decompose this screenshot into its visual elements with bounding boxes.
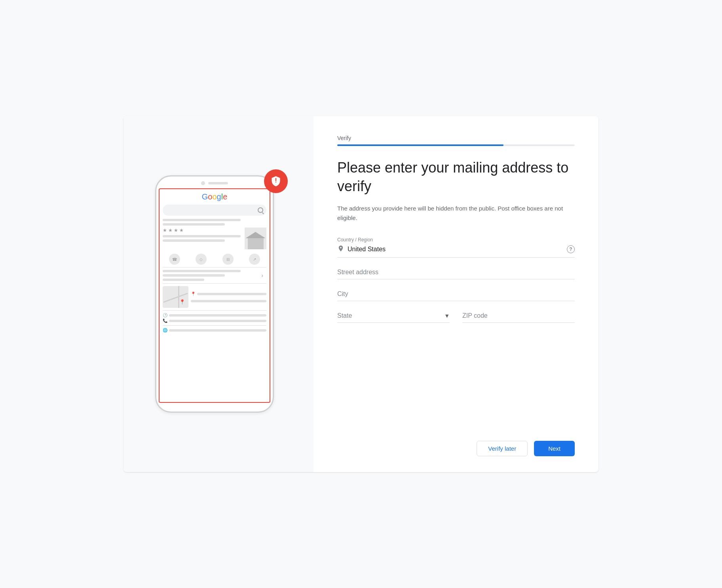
shield-exclamation-icon [270, 176, 281, 187]
mock-search-bar [163, 205, 266, 216]
verify-later-button[interactable]: Verify later [477, 441, 528, 456]
left-panel: Google [124, 116, 314, 472]
next-button[interactable]: Next [534, 441, 575, 456]
zip-input[interactable] [462, 312, 575, 319]
mock-map: 📍 [163, 286, 188, 308]
mock-icon-row: ☎ ◇ ⊟ ↗ [163, 254, 266, 265]
phone-illustration: Google [155, 175, 282, 413]
zip-field [462, 312, 575, 323]
form-subtitle: The address you provide here will be hid… [337, 204, 567, 223]
address-form: Country / Region ? [337, 237, 575, 425]
mock-clock-icon: 🕐 [163, 313, 167, 317]
phone-notch [156, 176, 273, 188]
mock-pin-icon: 📍 [191, 292, 196, 296]
progress-bar-fill [337, 144, 504, 146]
country-label: Country / Region [337, 237, 575, 243]
mock-map-pin: 📍 [179, 299, 185, 305]
shield-badge [264, 169, 288, 193]
mock-map-section: 📍 📍 [163, 286, 266, 308]
city-input[interactable] [337, 290, 575, 298]
mock-globe-icon: 🌐 [163, 328, 167, 332]
street-input[interactable] [337, 269, 575, 276]
city-input-wrapper [337, 290, 575, 301]
progress-bar-track [337, 144, 575, 146]
phone-screen: Google [159, 188, 270, 403]
state-zip-row: State ▼ [337, 312, 575, 323]
dropdown-arrow-icon: ▼ [444, 313, 450, 319]
mock-store-image [245, 228, 266, 249]
phone-speaker [208, 182, 228, 184]
mock-stars: ★ ★ ★ ★ [163, 228, 241, 233]
street-field-group [337, 269, 575, 279]
buttons-row: Verify later Next [337, 441, 575, 456]
phone-camera [201, 181, 205, 185]
country-input-wrapper: ? [337, 245, 575, 258]
step-label: Verify [337, 135, 575, 141]
state-select[interactable]: State [337, 312, 441, 319]
mock-phone-icon: 📞 [163, 319, 167, 323]
mock-diamond-circle: ◇ [196, 254, 207, 265]
help-icon[interactable]: ? [567, 245, 575, 253]
main-container: Google [124, 116, 598, 472]
mock-chevron-icon: › [261, 272, 263, 279]
form-title: Please enter your mailing address to ver… [337, 159, 575, 196]
phone-frame: Google [155, 175, 274, 413]
mock-share-circle: ↗ [249, 254, 260, 265]
mock-search-icon [258, 207, 263, 213]
progress-section: Verify [337, 135, 575, 146]
google-logo: Google [163, 192, 266, 201]
state-field: State ▼ [337, 312, 450, 323]
mock-phone-circle: ☎ [169, 254, 180, 265]
state-zip-field-group: State ▼ [337, 312, 575, 323]
mock-bookmark-circle: ⊟ [222, 254, 234, 265]
country-input[interactable] [348, 246, 564, 253]
right-panel: Verify Please enter your mailing address… [314, 116, 598, 472]
country-field-group: Country / Region ? [337, 237, 575, 258]
location-pin-icon [337, 245, 344, 254]
city-field-group [337, 290, 575, 301]
street-input-wrapper [337, 269, 575, 279]
